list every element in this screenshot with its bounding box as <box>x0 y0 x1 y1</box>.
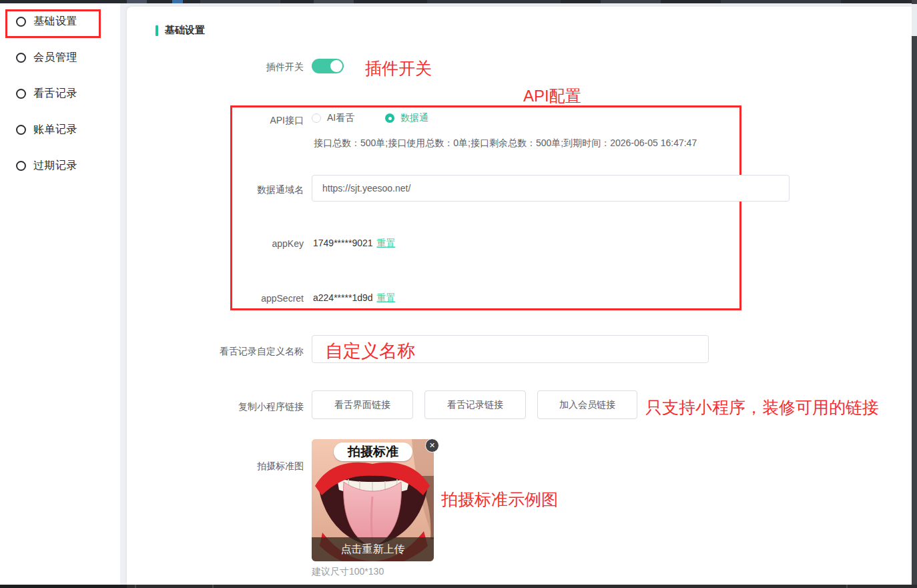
bottom-cutoff-strip <box>0 585 917 588</box>
appsecret-label: appSecret <box>197 292 304 305</box>
close-icon[interactable]: ✕ <box>425 438 439 453</box>
radio-label: AI看舌 <box>327 112 354 124</box>
radio-ai-tongue[interactable]: AI看舌 <box>312 112 354 124</box>
main-content-card: 基础设置 插件开关 插件开关 API配置 API接口 AI看舌 数据通 接口总数… <box>127 7 912 585</box>
api-quota-info: 接口总数：500单;接口使用总数：0单;接口剩余总数：500单;到期时间：202… <box>314 137 697 150</box>
join-member-link-button[interactable]: 加入会员链接 <box>537 390 637 419</box>
plugin-switch-label: 插件开关 <box>197 60 304 73</box>
appsecret-row: a224*****1d9d重置 <box>313 292 396 304</box>
circle-icon <box>16 125 26 135</box>
domain-label: 数据通域名 <box>197 183 304 196</box>
radio-selected-icon <box>385 113 394 123</box>
domain-input[interactable] <box>312 175 790 202</box>
settings-page: 基础设置 会员管理 看舌记录 账单记录 过期记录 基础设置 插件开关 插件开关 <box>0 0 917 588</box>
page-title: 基础设置 <box>165 24 205 37</box>
appkey-reset-link[interactable]: 重置 <box>377 238 396 248</box>
sidebar-item-label: 会员管理 <box>33 51 77 65</box>
appkey-row: 1749*****9021重置 <box>313 237 396 250</box>
annotation-custom-name: 自定义名称 <box>325 339 415 363</box>
button-label: 加入会员链接 <box>559 399 615 411</box>
standard-image-uploader: 拍摄标准 点击重新上传 ✕ <box>312 439 434 561</box>
sidebar-item-bill-records[interactable]: 账单记录 <box>0 118 120 141</box>
annotation-box-active-item <box>5 9 101 38</box>
scrollbar-thumb[interactable] <box>912 4 917 36</box>
plugin-switch-toggle[interactable] <box>312 59 344 73</box>
circle-icon <box>16 53 26 63</box>
appsecret-value: a224*****1d9d <box>313 292 373 303</box>
annotation-switch: 插件开关 <box>365 57 432 79</box>
tongue-photo[interactable]: 拍摄标准 点击重新上传 <box>312 439 434 561</box>
custom-name-label: 看舌记录自定义名称 <box>188 344 304 358</box>
sidebar-item-label: 过期记录 <box>33 159 77 173</box>
api-interface-label: API接口 <box>197 113 304 127</box>
reupload-overlay[interactable]: 点击重新上传 <box>312 537 434 561</box>
appkey-label: appKey <box>197 237 304 250</box>
top-cutoff-strip <box>0 0 917 3</box>
photo-badge: 拍摄标准 <box>334 443 412 461</box>
circle-icon <box>16 161 26 171</box>
button-label: 看舌界面链接 <box>334 399 390 411</box>
annotation-image-note: 拍摄标准示例图 <box>441 489 558 511</box>
sidebar-item-tongue-records[interactable]: 看舌记录 <box>0 82 120 105</box>
standard-image-label: 拍摄标准图 <box>197 459 304 473</box>
size-hint: 建议尺寸100*130 <box>312 566 384 578</box>
section-accent-bar <box>156 25 158 36</box>
sidebar: 基础设置 会员管理 看舌记录 账单记录 过期记录 <box>0 3 120 585</box>
vertical-scrollbar[interactable] <box>912 0 917 588</box>
annotation-links-note: 只支持小程序，装修可用的链接 <box>645 396 879 418</box>
sidebar-item-label: 看舌记录 <box>33 87 77 101</box>
button-label: 看舌记录链接 <box>447 399 503 411</box>
copy-links-label: 复制小程序链接 <box>197 400 304 413</box>
radio-label: 数据通 <box>400 112 428 124</box>
sidebar-item-label: 账单记录 <box>33 123 77 137</box>
tongue-ui-link-button[interactable]: 看舌界面链接 <box>312 390 413 419</box>
radio-unselected-icon <box>312 113 321 123</box>
circle-icon <box>16 89 26 99</box>
sidebar-item-expired-records[interactable]: 过期记录 <box>0 154 120 177</box>
radio-data-tong[interactable]: 数据通 <box>385 112 428 124</box>
appkey-value: 1749*****9021 <box>313 238 373 248</box>
annotation-api-title: API配置 <box>523 85 581 107</box>
toggle-knob-icon <box>330 60 342 72</box>
appsecret-reset-link[interactable]: 重置 <box>377 292 396 303</box>
sidebar-item-member-management[interactable]: 会员管理 <box>0 46 120 69</box>
annotation-box-api <box>230 105 741 310</box>
tongue-record-link-button[interactable]: 看舌记录链接 <box>424 390 526 419</box>
